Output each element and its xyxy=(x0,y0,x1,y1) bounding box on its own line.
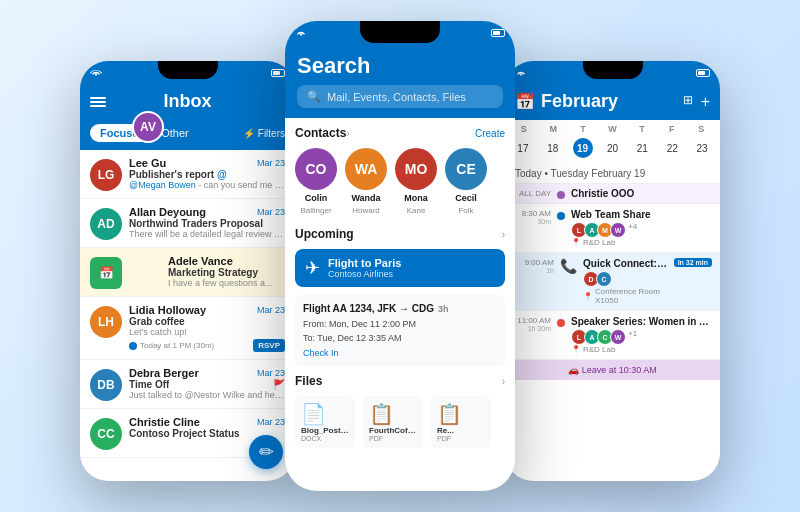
files-chevron: › xyxy=(502,376,505,387)
battery-right xyxy=(696,69,710,77)
tab-other[interactable]: Other xyxy=(161,127,189,139)
email-item[interactable]: AD Allan Deyoung Mar 23 Northwind Trader… xyxy=(80,199,295,248)
search-body: Contacts › Create CO Colin Ballinger WA … xyxy=(285,118,515,491)
notch-right xyxy=(583,61,643,79)
cal-day[interactable]: 22 xyxy=(662,138,682,158)
notch-left xyxy=(158,61,218,79)
search-title: Search xyxy=(297,53,503,79)
inbox-header: Inbox xyxy=(80,85,295,120)
email-item[interactable]: LG Lee Gu Mar 23 Publisher's report @ @M… xyxy=(80,150,295,199)
calendar-day-labels: S M T W T F S xyxy=(505,120,720,136)
pdf-icon: 📋 xyxy=(369,402,417,426)
file-item[interactable]: 📄 Blog_Post Draft DOCX xyxy=(295,396,355,448)
cal-day[interactable]: 23 xyxy=(692,138,712,158)
location-icon-3: 📍 xyxy=(571,345,581,354)
event-dot xyxy=(557,319,565,327)
calendar-grid: 17 18 19 20 21 22 23 xyxy=(505,136,720,164)
mini-avatar: W xyxy=(610,222,626,238)
email-content: Adele Vance Marketing Strategy I have a … xyxy=(168,255,285,289)
event-dot xyxy=(557,191,565,199)
filter-button[interactable]: ⚡ Filters xyxy=(243,128,285,139)
search-header: Search 🔍 Mail, Events, Contacts, Files xyxy=(285,45,515,118)
contact-item[interactable]: WA Wanda Howard xyxy=(345,148,387,215)
contacts-row: CO Colin Ballinger WA Wanda Howard MO Mo… xyxy=(295,148,505,215)
email-item[interactable]: LH Lidia Holloway Mar 23 Grab coffee Let… xyxy=(80,297,295,360)
file-item[interactable]: 📋 Re... PDF xyxy=(431,396,491,448)
avatar: LG xyxy=(90,159,122,191)
avatar: CC xyxy=(90,418,122,450)
plane-icon: ✈ xyxy=(305,257,320,279)
contact-item[interactable]: MO Mona Kane xyxy=(395,148,437,215)
wifi-icon-right xyxy=(515,68,527,78)
upcoming-card[interactable]: ✈ Flight to Paris Contoso Airlines xyxy=(295,249,505,287)
car-icon: 🚗 xyxy=(568,365,579,375)
contact-avatar: WA xyxy=(345,148,387,190)
email-item[interactable]: DB Debra Berger Mar 23 Time Off 🚩 Just t… xyxy=(80,360,295,409)
location-icon-2: 📍 xyxy=(583,292,593,301)
event-dot xyxy=(557,212,565,220)
contact-item[interactable]: CO Colin Ballinger xyxy=(295,148,337,215)
email-content: Lee Gu Mar 23 Publisher's report @ @Mega… xyxy=(129,157,285,191)
left-phone: 10:28 Inbox Focused Other ⚡ Filters LG L… xyxy=(80,61,295,481)
center-phone: 10:28 Search 🔍 Mail, Events, Contacts, F… xyxy=(285,21,515,491)
inbox-tabs: Focused Other ⚡ Filters xyxy=(80,120,295,150)
battery-center xyxy=(491,29,505,37)
cal-day[interactable]: 17 xyxy=(513,138,533,158)
email-content: Debra Berger Mar 23 Time Off 🚩 Just talk… xyxy=(129,367,285,401)
wifi-icon xyxy=(295,28,307,38)
email-list: LG Lee Gu Mar 23 Publisher's report @ @M… xyxy=(80,150,295,458)
allday-event[interactable]: ALL DAY Christie OOO xyxy=(505,184,720,204)
search-icon: 🔍 xyxy=(307,90,321,103)
status-icons-left xyxy=(90,68,102,78)
event-item[interactable]: 11:00 AM 1h 30m Speaker Series: Women in… xyxy=(505,311,720,360)
event-content: Quick Connect: Sales Team D C 📍 Conferen… xyxy=(583,258,668,305)
location-icon: 📍 xyxy=(571,238,581,247)
battery-left xyxy=(271,69,285,77)
cal-day[interactable]: 20 xyxy=(602,138,622,158)
inbox-title: Inbox xyxy=(164,91,212,112)
flight-detail: Flight AA 1234, JFK → CDG 3h From: Mon, … xyxy=(295,295,505,366)
calendar-header: 📅 February ⊞ + xyxy=(505,85,720,120)
avatar: AD xyxy=(90,208,122,240)
calendar-title: February xyxy=(541,91,677,112)
cal-day[interactable]: 21 xyxy=(632,138,652,158)
contact-avatar: CO xyxy=(295,148,337,190)
right-phone: 10:28 📅 February ⊞ + S M T W T F S 17 18… xyxy=(505,61,720,481)
email-content: Allan Deyoung Mar 23 Northwind Traders P… xyxy=(129,206,285,240)
leave-banner: 🚗 Leave at 10:30 AM xyxy=(505,360,720,380)
event-item[interactable]: 8:30 AM 30m Web Team Share L A M W +4 📍 … xyxy=(505,204,720,253)
avatar: DB xyxy=(90,369,122,401)
event-content: Speaker Series: Women in Adver... L A C … xyxy=(571,316,712,354)
menu-button[interactable] xyxy=(90,97,106,107)
avatar: 📅 xyxy=(90,257,122,289)
event-item-highlighted[interactable]: 9:00 AM 1h 📞 Quick Connect: Sales Team D… xyxy=(505,253,720,311)
event-content: Web Team Share L A M W +4 📍 R&D Lab xyxy=(571,209,712,247)
email-item[interactable]: 📅 AV Adele Vance Marketing Strategy I ha… xyxy=(80,248,295,297)
contact-avatar: CE xyxy=(445,148,487,190)
rsvp-badge[interactable]: RSVP xyxy=(253,339,285,352)
video-call-icon: 📞 xyxy=(560,258,577,274)
upcoming-chevron: › xyxy=(502,229,505,240)
mini-avatar: W xyxy=(610,329,626,345)
contact-avatar: MO xyxy=(395,148,437,190)
compose-button[interactable]: ✏ xyxy=(249,435,283,469)
mini-avatar: C xyxy=(596,271,612,287)
wifi-icon xyxy=(90,68,102,78)
add-event-button[interactable]: + xyxy=(701,93,710,111)
cal-day[interactable]: 18 xyxy=(543,138,563,158)
email-content: Lidia Holloway Mar 23 Grab coffee Let's … xyxy=(129,304,285,352)
contacts-section-header: Contacts › Create xyxy=(295,126,505,140)
file-item[interactable]: 📋 FourthCoffee#987 PDF xyxy=(363,396,423,448)
today-label: Today • Tuesday February 19 xyxy=(505,164,720,184)
pdf-icon-2: 📋 xyxy=(437,402,485,426)
contacts-chevron: › xyxy=(346,128,349,139)
files-section-header: Files › xyxy=(295,374,505,388)
flag-icon: 🚩 xyxy=(273,379,285,390)
file-row: 📄 Blog_Post Draft DOCX 📋 FourthCoffee#98… xyxy=(295,396,505,448)
event-list: ALL DAY Christie OOO 8:30 AM 30m Web Tea… xyxy=(505,184,720,360)
search-input-box[interactable]: 🔍 Mail, Events, Contacts, Files xyxy=(297,85,503,108)
contact-item[interactable]: CE Cecil Folk xyxy=(445,148,487,215)
cal-day-today[interactable]: 19 xyxy=(573,138,593,158)
grid-view-button[interactable]: ⊞ xyxy=(683,93,693,111)
avatar: LH xyxy=(90,306,122,338)
